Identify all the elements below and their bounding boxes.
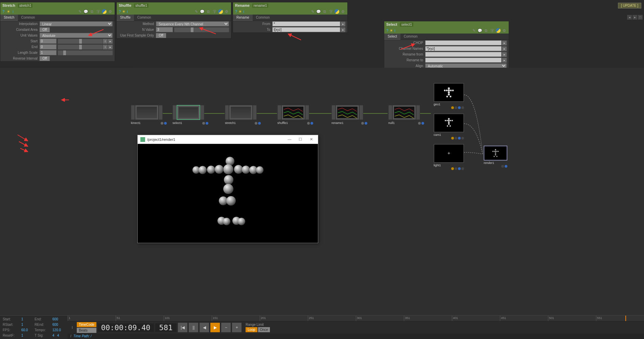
- tab-common[interactable]: Common: [400, 34, 421, 40]
- info-icon[interactable]: i: [394, 28, 395, 33]
- tip-icon[interactable]: ☀: [7, 9, 10, 14]
- rec-indicator[interactable]: I: [69, 325, 75, 330]
- tab-common[interactable]: Common: [253, 15, 273, 21]
- python-icon[interactable]: [335, 9, 339, 14]
- btn-start-2[interactable]: ▸: [108, 39, 113, 44]
- pane-max[interactable]: □: [638, 15, 643, 20]
- input-nvalue[interactable]: [156, 27, 173, 32]
- tip-icon[interactable]: ☀: [238, 9, 242, 14]
- lang-icon[interactable]: 字: [212, 9, 217, 14]
- help-icon[interactable]: ?: [119, 9, 121, 14]
- op-name[interactable]: rename1: [252, 3, 268, 8]
- step-back-button[interactable]: ◀: [200, 323, 209, 332]
- beats-button[interactable]: Beats: [77, 328, 96, 333]
- timeline-ruler[interactable]: 151101151201251301351401451501551600: [68, 316, 644, 321]
- expand-channames[interactable]: ▸: [502, 46, 507, 51]
- pause-button[interactable]: ||: [189, 323, 198, 332]
- node-shuffle[interactable]: shuffle1: [277, 105, 309, 120]
- input-to[interactable]: [272, 27, 340, 32]
- node-cam[interactable]: cam1: [434, 113, 464, 140]
- timecode-button[interactable]: TimeCode: [77, 322, 96, 327]
- v-rstart[interactable]: 1: [21, 323, 32, 326]
- pencil-icon[interactable]: ✎: [77, 9, 82, 14]
- info-icon[interactable]: i: [13, 9, 13, 14]
- lang-icon[interactable]: 字: [328, 9, 333, 14]
- expand-chop[interactable]: ▸: [502, 41, 507, 45]
- v-resetf[interactable]: 1: [21, 334, 32, 337]
- input-end[interactable]: [40, 44, 56, 49]
- node-kinect[interactable]: kinect1: [131, 105, 163, 120]
- expand-renameto[interactable]: ▸: [502, 58, 507, 63]
- gear-icon[interactable]: [224, 9, 229, 14]
- copy-icon[interactable]: ⧉: [90, 9, 94, 14]
- btn-end-1[interactable]: I: [103, 45, 108, 49]
- pencil-icon[interactable]: ✎: [194, 9, 199, 14]
- v-rend[interactable]: 600: [52, 323, 65, 326]
- node-null[interactable]: null1: [388, 105, 420, 120]
- pane-prev[interactable]: ◂: [627, 15, 632, 20]
- tab-common[interactable]: Common: [18, 15, 39, 21]
- input-renamefrom[interactable]: [425, 52, 502, 57]
- op-name[interactable]: select1: [400, 22, 413, 27]
- window-max-icon[interactable]: ☐: [296, 137, 304, 142]
- goto-start-button[interactable]: |◀: [178, 323, 187, 332]
- input-chop[interactable]: [425, 40, 502, 45]
- tip-icon[interactable]: ☀: [390, 28, 393, 33]
- copy-icon[interactable]: ⧉: [206, 9, 211, 14]
- pane-next[interactable]: ▸: [632, 15, 637, 20]
- copy-icon[interactable]: ⧉: [322, 9, 327, 14]
- tab-rename[interactable]: Rename: [233, 15, 253, 21]
- btn-end-2[interactable]: ▸: [108, 45, 113, 49]
- playhead[interactable]: [625, 316, 626, 321]
- node-geo[interactable]: geo1: [434, 83, 464, 109]
- node-light[interactable]: + light1: [434, 144, 464, 170]
- play-button[interactable]: ▶: [210, 323, 220, 332]
- gear-icon[interactable]: [341, 9, 345, 14]
- select-unitvals[interactable]: Absolute: [40, 33, 113, 38]
- comment-icon[interactable]: 💬: [200, 9, 205, 14]
- help-icon[interactable]: ?: [386, 28, 388, 33]
- input-channames[interactable]: [425, 46, 502, 51]
- update-button[interactable]: [ UPDATE ]: [618, 3, 641, 8]
- network-editor[interactable]: kinect1 select1 stretch1 shuffle1 rename…: [0, 68, 644, 319]
- info-icon[interactable]: i: [127, 9, 128, 14]
- v-start[interactable]: 1: [21, 317, 32, 321]
- input-start[interactable]: [40, 39, 56, 44]
- input-renameto[interactable]: [425, 58, 502, 63]
- plus-button[interactable]: +: [232, 323, 242, 332]
- expand-renamefrom[interactable]: ▸: [502, 52, 507, 57]
- v-tempo[interactable]: 120.0: [52, 328, 65, 332]
- help-icon[interactable]: ?: [2, 9, 4, 14]
- frame-display[interactable]: 581: [155, 323, 177, 332]
- btn-start-1[interactable]: I: [103, 39, 108, 44]
- tab-stretch[interactable]: Stretch: [0, 15, 18, 21]
- once-button[interactable]: Once: [258, 327, 270, 332]
- tip-icon[interactable]: ☀: [122, 9, 125, 14]
- window-render-titlebar[interactable]: /project1/render1 — ☐ ✕: [138, 135, 318, 144]
- timepath[interactable]: ITime Path: /: [68, 334, 644, 339]
- tab-common[interactable]: Common: [134, 15, 155, 21]
- v-tsig1[interactable]: 4: [52, 334, 54, 337]
- slider-end[interactable]: [58, 45, 102, 49]
- help-icon[interactable]: ?: [235, 9, 237, 14]
- v-end[interactable]: 600: [52, 317, 65, 321]
- comment-icon[interactable]: 💬: [316, 9, 321, 14]
- toggle-constarea[interactable]: Off: [40, 27, 50, 32]
- expand-to[interactable]: ▸: [341, 27, 345, 32]
- slider-nvalue[interactable]: [174, 27, 229, 32]
- comment-icon[interactable]: 💬: [84, 9, 88, 14]
- comment-icon[interactable]: 💬: [478, 28, 482, 33]
- window-close-icon[interactable]: ✕: [307, 137, 315, 142]
- python-icon[interactable]: [102, 9, 107, 14]
- toggle-revint[interactable]: Off: [40, 56, 50, 61]
- loop-button[interactable]: Loop: [246, 327, 257, 332]
- slider-start[interactable]: [58, 39, 102, 44]
- node-stretch[interactable]: stretch1: [225, 105, 257, 120]
- node-rename[interactable]: rename1: [331, 105, 363, 120]
- timecode-display[interactable]: 00:00:09.40: [98, 323, 154, 332]
- v-fps[interactable]: 60.0: [21, 328, 32, 332]
- select-method[interactable]: Sequence Every Nth Channel: [156, 21, 229, 26]
- pencil-icon[interactable]: ✎: [310, 9, 315, 14]
- toggle-firstsample[interactable]: Off: [156, 33, 166, 38]
- op-name[interactable]: shuffle1: [134, 3, 148, 8]
